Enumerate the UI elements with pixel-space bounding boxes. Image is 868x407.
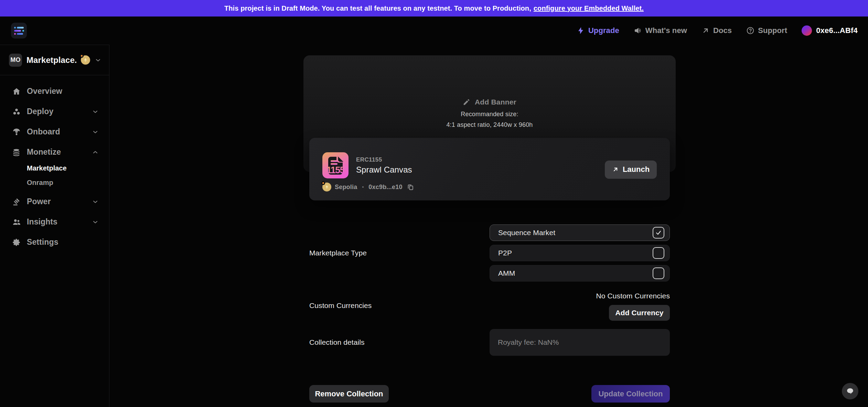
external-link-icon <box>701 26 710 35</box>
chat-widget-button[interactable] <box>842 383 858 399</box>
option-sequence-market[interactable]: Sequence Market <box>490 224 670 241</box>
sidebar-subitem-onramp[interactable]: Onramp <box>0 175 109 190</box>
upgrade-button[interactable]: Upgrade <box>577 26 619 35</box>
lightning-icon <box>577 26 585 35</box>
collection-details-label: Collection details <box>309 338 365 346</box>
draft-mode-message: This project is in Draft Mode. You can t… <box>224 4 531 12</box>
sidebar-item-power[interactable]: Power <box>0 191 109 212</box>
add-banner-label: Add Banner <box>475 98 516 106</box>
marketplace-type-options: Sequence Market P2P AMM <box>490 224 670 282</box>
external-link-icon <box>612 166 619 173</box>
marketplace-type-row: Marketplace Type Sequence Market P2P AMM <box>309 224 670 282</box>
header-nav: Upgrade What's new Docs Support 0xe6...A… <box>577 25 858 36</box>
copy-address-button[interactable] <box>407 183 414 191</box>
cubes-icon <box>12 107 21 116</box>
sidebar-item-settings[interactable]: Settings <box>0 232 109 252</box>
royalty-fee-input[interactable] <box>490 329 670 356</box>
custom-currencies-row: Custom Currencies No Custom Currencies A… <box>309 290 670 321</box>
docs-button[interactable]: Docs <box>701 26 732 35</box>
megaphone-icon <box>634 26 642 35</box>
whats-new-label: What's new <box>645 26 687 35</box>
docs-label: Docs <box>713 26 732 35</box>
option-p2p[interactable]: P2P <box>490 245 670 261</box>
testnet-dot <box>321 181 325 185</box>
custom-currencies-label: Custom Currencies <box>309 301 372 310</box>
sidebar: MO Marketplace... Overview Deploy Onboar… <box>0 45 109 407</box>
project-initials-badge: MO <box>9 54 22 67</box>
top-header: Upgrade What's new Docs Support 0xe6...A… <box>0 16 868 45</box>
amm-checkbox[interactable] <box>653 267 664 279</box>
copy-icon <box>407 183 414 191</box>
sidebar-item-onboard[interactable]: Onboard <box>0 122 109 142</box>
project-selector[interactable]: MO Marketplace... <box>0 45 109 75</box>
chevron-up-icon <box>92 149 99 156</box>
update-collection-button[interactable]: Update Collection <box>591 385 670 403</box>
collection-name: Sprawl Canvas <box>356 165 412 175</box>
sequence-market-checkbox[interactable] <box>653 227 664 239</box>
home-icon <box>12 87 21 96</box>
parachute-icon <box>12 128 21 136</box>
wallet-address: 0xe6...ABf4 <box>816 26 858 35</box>
sidebar-item-insights[interactable]: Insights <box>0 212 109 232</box>
chevron-down-icon <box>92 108 99 115</box>
upgrade-label: Upgrade <box>588 26 619 35</box>
add-currency-button[interactable]: Add Currency <box>609 305 670 321</box>
chat-bubble-icon <box>846 387 854 395</box>
network-name: Sepolia <box>335 184 357 191</box>
support-label: Support <box>758 26 787 35</box>
testnet-dot <box>80 54 84 58</box>
project-name: Marketplace... <box>26 55 76 65</box>
sequence-logo[interactable] <box>11 23 27 38</box>
check-icon <box>655 229 662 236</box>
chevron-down-icon <box>92 198 99 205</box>
ethereum-icon <box>83 57 88 63</box>
form-actions: Remove Collection Update Collection <box>309 385 670 403</box>
token-standard-label: ERC1155 <box>356 156 412 163</box>
chevron-down-icon <box>92 129 99 135</box>
contract-address: 0xc9b...e10 <box>368 184 402 191</box>
banner-size-hint-1: Recommanded size: <box>461 111 518 118</box>
pencil-icon <box>463 98 470 106</box>
support-button[interactable]: Support <box>746 26 787 35</box>
gear-icon <box>12 238 21 247</box>
remove-collection-button[interactable]: Remove Collection <box>309 385 389 403</box>
collection-card: 1155 ERC1155 Sprawl Canvas Launch Sepoli… <box>309 138 670 200</box>
sidebar-nav: Overview Deploy Onboard Monetize Marketp… <box>0 75 109 252</box>
separator-dot: • <box>362 184 364 190</box>
sidebar-item-overview[interactable]: Overview <box>0 81 109 101</box>
gavel-icon <box>12 197 21 206</box>
sepolia-network-badge <box>322 183 331 191</box>
marketplace-type-label: Marketplace Type <box>309 249 367 257</box>
users-icon <box>12 218 21 227</box>
whats-new-button[interactable]: What's new <box>634 26 687 35</box>
main-content: Add Banner Recommanded size: 4:1 aspect … <box>309 45 670 403</box>
wallet-avatar <box>802 25 812 36</box>
launch-button[interactable]: Launch <box>605 161 657 179</box>
chevron-down-icon <box>92 219 99 226</box>
sidebar-item-deploy[interactable]: Deploy <box>0 101 109 122</box>
sidebar-subitem-marketplace[interactable]: Marketplace <box>0 161 109 175</box>
sidebar-item-monetize[interactable]: Monetize <box>0 142 109 162</box>
draft-mode-banner: This project is in Draft Mode. You can t… <box>0 0 868 16</box>
banner-size-hint-2: 4:1 aspect ratio, 2440w x 960h <box>446 121 533 129</box>
p2p-checkbox[interactable] <box>653 247 664 259</box>
coins-icon <box>12 148 21 157</box>
wallet-menu[interactable]: 0xe6...ABf4 <box>802 25 858 36</box>
collection-details-row: Collection details <box>309 329 670 356</box>
chevron-down-icon <box>95 57 101 64</box>
configure-embedded-wallet-link[interactable]: configure your Embedded Wallet. <box>534 4 644 12</box>
sepolia-network-badge <box>81 55 90 65</box>
erc1155-icon: 1155 <box>322 152 349 178</box>
no-custom-currencies-text: No Custom Currencies <box>596 290 670 301</box>
help-circle-icon <box>746 26 754 35</box>
ethereum-icon <box>324 185 329 189</box>
option-amm[interactable]: AMM <box>490 265 670 282</box>
svg-text:1155: 1155 <box>326 165 345 175</box>
